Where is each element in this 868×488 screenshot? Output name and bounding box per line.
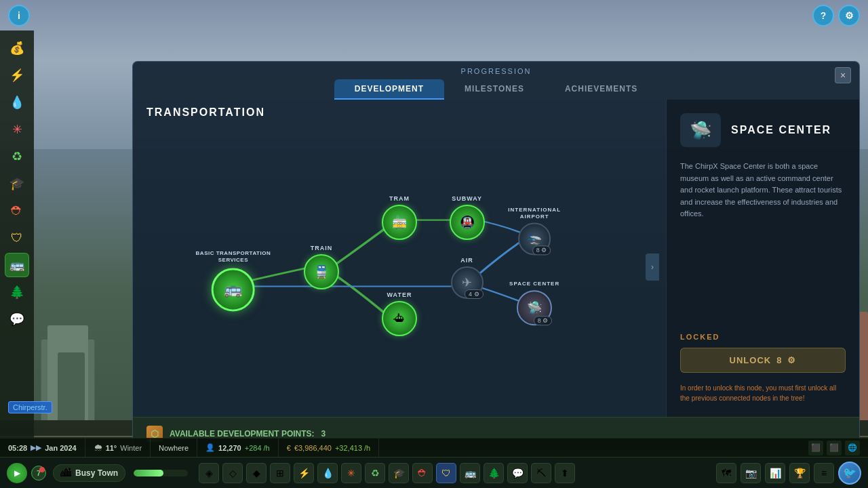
tool-water-area[interactable]: ◆ xyxy=(246,463,267,483)
tool-camera[interactable]: 📷 xyxy=(741,463,761,483)
node-circle-airport: 🛬 8 ⚙ xyxy=(518,223,551,256)
menu-button[interactable]: ≡ xyxy=(814,463,834,483)
money-change-value: +32,413 /h xyxy=(335,444,370,452)
sidebar-item-policy[interactable]: 🛡 xyxy=(5,226,29,250)
tool-electric[interactable]: ⚡ xyxy=(294,463,314,483)
unlock-note: In order to unlock this node, you must f… xyxy=(680,383,846,403)
modal-tabs: DEVELOPMENT MILESTONES ACHIEVEMENTS xyxy=(133,75,859,100)
status-bar: 05:28 ▶▶ Jan 2024 🌨 11° Winter Nowhere 👤… xyxy=(0,438,868,457)
info-icon: i xyxy=(18,10,20,21)
tab-achievements[interactable]: ACHIEVEMENTS xyxy=(545,79,658,100)
tool-fire[interactable]: ✳ xyxy=(341,463,361,483)
tool-stats[interactable]: 📊 xyxy=(765,463,785,483)
node-international-airport[interactable]: INTERNATIONALAIRPORT 🛬 8 ⚙ xyxy=(508,207,561,255)
node-space-center[interactable]: SPACE CENTER 🛸 8 ⚙ xyxy=(509,281,559,325)
info-button[interactable]: i xyxy=(8,5,30,26)
settings-icon: ⚙ xyxy=(845,10,854,21)
city-progress-bar xyxy=(134,470,188,476)
info-panel: 🛸 SPACE CENTER The ChirpX Space Center i… xyxy=(666,100,859,417)
tab-development[interactable]: DEVELOPMENT xyxy=(334,79,444,100)
locked-status: LOCKED xyxy=(680,333,846,341)
sidebar-item-chat[interactable]: 💬 xyxy=(5,307,29,331)
chat-tool-icon: 💬 xyxy=(512,468,524,479)
modal-close-button[interactable]: × xyxy=(835,67,851,83)
park-icon: 🌲 xyxy=(488,468,500,479)
node-water-transport[interactable]: WATER ⛴ xyxy=(382,291,417,336)
tool-recycle[interactable]: ♻ xyxy=(365,463,385,483)
bus-icon: 🚌 xyxy=(224,281,242,298)
node-air[interactable]: AIR ✈ 4 ⚙ xyxy=(451,257,484,299)
sidebar-item-power[interactable]: ⚡ xyxy=(5,63,29,87)
recycle-icon: ♻ xyxy=(371,468,380,479)
settings-button[interactable]: ⚙ xyxy=(838,5,860,26)
garbage-icon: ♻ xyxy=(12,149,22,164)
status-money: € €3,986,440 +32,413 /h xyxy=(279,439,380,457)
sidebar-item-fire[interactable]: ✳ xyxy=(5,117,29,142)
node-circle-subway: 🚇 xyxy=(450,205,485,240)
tool-edu[interactable]: 🎓 xyxy=(389,463,409,483)
sidebar-item-medical[interactable]: ⛑ xyxy=(5,199,29,223)
speed-notification xyxy=(39,467,45,472)
electric-icon: ⚡ xyxy=(298,468,310,479)
upgrade-icon: ⬆ xyxy=(561,468,569,479)
mini-icon-1[interactable]: ⬛ xyxy=(808,441,823,455)
play-button[interactable]: ▶ xyxy=(7,463,27,483)
ferry-icon: ⛴ xyxy=(393,312,406,326)
sidebar-item-water[interactable]: 💧 xyxy=(5,90,29,115)
tool-signature[interactable]: ◇ xyxy=(222,463,243,483)
sidebar-item-money[interactable]: 💰 xyxy=(5,36,29,60)
sidebar-item-transport[interactable]: 🚌 xyxy=(5,253,29,277)
tool-zone[interactable]: ◈ xyxy=(199,463,219,483)
tool-park[interactable]: 🌲 xyxy=(484,463,504,483)
city-icon: 🏙 xyxy=(60,467,71,479)
location-value: Nowhere xyxy=(159,444,189,452)
achievements-icon: 🏆 xyxy=(794,468,806,479)
tool-shield[interactable]: 🛡 xyxy=(436,463,456,483)
help-button[interactable]: ? xyxy=(812,5,834,26)
time-skip-icon[interactable]: ▶▶ xyxy=(31,443,41,452)
node-tram[interactable]: TRAM 🚋 xyxy=(382,195,417,240)
edu-icon: 🎓 xyxy=(393,468,405,479)
tool-roads[interactable]: ⊞ xyxy=(270,463,290,483)
tool-bulldoze[interactable]: ⛏ xyxy=(531,463,551,483)
tree-title: TRANSPORTATION xyxy=(140,106,659,119)
tool-map[interactable]: 🗺 xyxy=(716,463,736,483)
dev-points-value: 3 xyxy=(321,429,326,439)
sidebar: 💰 ⚡ 💧 ✳ ♻ 🎓 ⛑ 🛡 🚌 🌲 💬 xyxy=(0,30,34,451)
space-center-icon-box: 🛸 xyxy=(680,113,721,147)
node-train[interactable]: TRAIN 🚆 xyxy=(304,245,339,289)
node-circle-air: ✈ 4 ⚙ xyxy=(451,266,484,299)
chirper-street-text: Chirperstr. xyxy=(13,403,47,411)
sidebar-item-garbage[interactable]: ♻ xyxy=(5,144,29,169)
transport-icon: 🚌 xyxy=(9,258,24,272)
unlock-label: UNLOCK xyxy=(730,355,772,365)
unlock-button[interactable]: UNLOCK 8 ⚙ xyxy=(680,348,846,373)
panel-expand-arrow[interactable]: › xyxy=(646,253,659,281)
mini-icon-globe[interactable]: 🌐 xyxy=(845,441,860,455)
modal-header: PROGRESSION xyxy=(133,62,859,75)
tab-milestones[interactable]: MILESTONES xyxy=(444,79,545,100)
camera-icon: 📷 xyxy=(745,468,757,479)
education-icon: 🎓 xyxy=(9,176,24,191)
modal-body: TRANSPORTATION xyxy=(133,100,859,417)
tool-upgrade[interactable]: ⬆ xyxy=(555,463,575,483)
tool-health[interactable]: ⛑ xyxy=(412,463,433,483)
mini-icon-2[interactable]: ⬛ xyxy=(827,441,842,455)
sidebar-item-education[interactable]: 🎓 xyxy=(5,171,29,196)
tool-chat-btn[interactable]: 💬 xyxy=(507,463,528,483)
node-basic-transport[interactable]: BASIC TRANSPORTATIONSERVICES 🚌 xyxy=(196,251,271,311)
top-bar-right: ? ⚙ xyxy=(812,5,860,26)
signature-icon: ◇ xyxy=(229,468,237,479)
sidebar-item-nature[interactable]: 🌲 xyxy=(5,280,29,304)
unlock-cost-icon: ⚙ xyxy=(787,355,796,365)
tool-bus[interactable]: 🚌 xyxy=(460,463,480,483)
fire-tool-icon: ✳ xyxy=(347,468,355,479)
coin-icon: € xyxy=(287,444,291,452)
chirper-avatar[interactable]: 🐦 xyxy=(838,462,861,485)
node-subway[interactable]: SUBWAY 🚇 xyxy=(450,195,485,240)
tool-achievements[interactable]: 🏆 xyxy=(789,463,810,483)
zone-icon: ◈ xyxy=(205,468,213,479)
tool-pipe[interactable]: 💧 xyxy=(317,463,338,483)
power-icon: ⚡ xyxy=(9,68,24,83)
city-badge: 🏙 Busy Town xyxy=(53,464,125,482)
